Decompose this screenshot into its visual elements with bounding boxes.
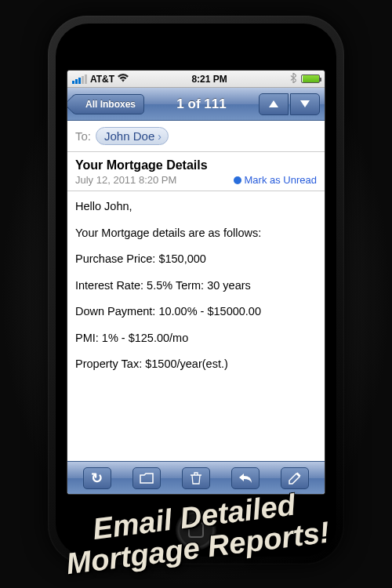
folder-icon [140,473,154,484]
body-line: Down Payment: 10.00% - $15000.00 [75,304,317,320]
refresh-icon [91,470,103,487]
to-row: To: John Doe › [67,121,325,152]
chevron-down-icon [300,100,310,107]
body-line: PMI: 1% - $125.00/mo [75,331,317,347]
battery-icon [301,74,320,83]
organize-button[interactable] [132,467,161,489]
body-intro: Your Mortgage details are as follows: [75,226,317,241]
body-line: Property Tax: $1500/year(est.) [75,357,317,372]
recipient-pill[interactable]: John Doe › [96,127,169,145]
recipient-name: John Doe [104,129,154,143]
signal-icon [72,74,87,84]
mark-unread-label: Mark as Unread [245,174,317,186]
email-header: Your Mortgage Details July 12, 2011 8:20… [67,152,325,191]
email-subject: Your Mortgage Details [75,158,317,172]
bluetooth-icon [290,73,296,85]
home-button[interactable] [176,510,216,550]
bottom-toolbar [67,461,325,494]
refresh-button[interactable] [83,467,111,489]
status-bar: AT&T 8:21 PM [67,71,325,88]
next-message-button[interactable] [290,93,320,115]
chevron-right-icon: › [158,130,162,143]
phone-frame: AT&T 8:21 PM All Inboxes 1 of 111 [48,16,344,564]
chevron-up-icon [269,100,278,107]
to-label: To: [75,129,91,143]
mark-unread-button[interactable]: Mark as Unread [234,174,317,186]
compose-button[interactable] [281,467,309,489]
screen: AT&T 8:21 PM All Inboxes 1 of 111 [67,71,325,494]
reply-button[interactable] [231,467,260,489]
reply-icon [238,473,252,484]
compose-icon [289,472,301,485]
nav-bar: All Inboxes 1 of 111 [67,88,325,121]
body-line: Purchase Price: $150,000 [75,252,317,267]
back-button[interactable]: All Inboxes [72,94,144,114]
body-greeting: Hello John, [75,199,317,215]
email-date: July 12, 2011 8:20 PM [75,174,176,186]
clock: 8:21 PM [191,74,227,85]
email-body: Hello John, Your Mortgage details are as… [67,191,325,461]
unread-dot-icon [234,176,241,184]
trash-icon [191,472,201,485]
body-line: Interest Rate: 5.5% Term: 30 years [75,278,317,294]
nav-title: 1 of 111 [147,96,256,112]
carrier-label: AT&T [90,74,114,85]
prev-message-button[interactable] [259,93,289,115]
trash-button[interactable] [182,467,210,489]
back-label: All Inboxes [85,99,136,110]
wifi-icon [118,73,129,85]
